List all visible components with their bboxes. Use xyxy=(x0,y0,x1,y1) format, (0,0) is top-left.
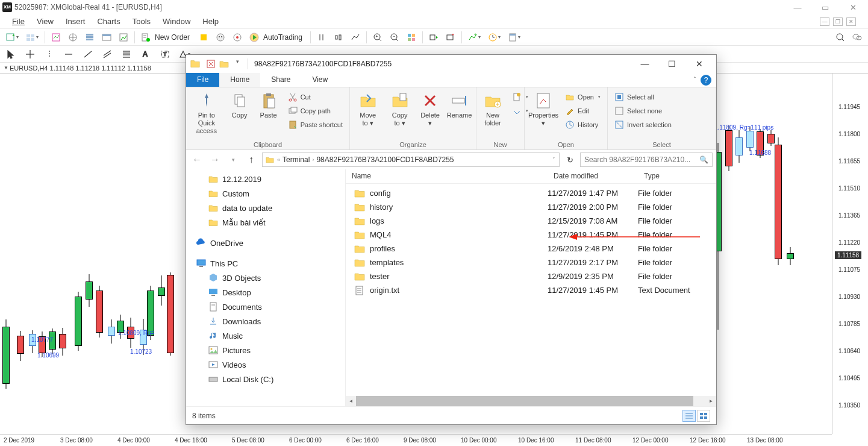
menu-view[interactable]: View xyxy=(37,17,54,26)
paste-button[interactable]: Paste xyxy=(255,89,283,121)
ribbon-collapse-icon[interactable]: ˆ xyxy=(694,77,696,83)
move-to-button[interactable]: Move to ▾ xyxy=(352,89,383,129)
search-icon[interactable]: 🔍 xyxy=(699,155,708,164)
search-input[interactable] xyxy=(584,155,696,164)
details-view-button[interactable] xyxy=(682,410,696,422)
nav-item-videos[interactable]: Videos xyxy=(186,357,345,372)
qat-new-folder-icon[interactable] xyxy=(219,58,229,69)
terminal-button[interactable] xyxy=(99,31,114,44)
zoom-out-icon[interactable]: − xyxy=(387,31,402,44)
tile-windows-icon[interactable] xyxy=(404,31,419,44)
nav-recent-dropdown[interactable]: ▾ xyxy=(226,152,240,167)
data-window-button[interactable] xyxy=(83,31,97,44)
menu-help[interactable]: Help xyxy=(202,17,219,26)
breadcrumb-current[interactable]: 98A82F92176B73A2100FCD1F8ABD7255 xyxy=(316,155,454,164)
explorer-close-button[interactable]: ✕ xyxy=(685,55,713,72)
tab-share[interactable]: Share xyxy=(260,73,301,87)
mdi-close[interactable]: ✕ xyxy=(846,17,856,26)
nav-item[interactable]: data to update xyxy=(186,201,345,215)
select-all-button[interactable]: Select all xyxy=(611,90,675,104)
mdi-minimize[interactable]: — xyxy=(820,17,829,26)
menu-tools[interactable]: Tools xyxy=(133,17,151,26)
nav-item-pictures[interactable]: Pictures xyxy=(186,343,345,357)
refresh-button[interactable]: ↻ xyxy=(563,153,576,166)
global-search-icon[interactable] xyxy=(833,31,848,44)
expert-advisors-button[interactable] xyxy=(213,31,228,44)
templates-button[interactable]: ▾ xyxy=(505,31,523,44)
horizontal-line-icon[interactable] xyxy=(61,48,76,61)
qat-properties-icon[interactable] xyxy=(205,58,216,69)
new-chart-button[interactable]: +▾ xyxy=(4,31,21,44)
nav-forward-button[interactable]: → xyxy=(208,152,222,167)
help-chat-icon[interactable] xyxy=(850,31,864,44)
cursor-icon[interactable] xyxy=(4,48,18,61)
new-folder-button[interactable]: New folder xyxy=(479,89,507,129)
pin-quick-access-button[interactable]: Pin to Quick access xyxy=(189,89,225,137)
bar-chart-icon[interactable] xyxy=(314,31,329,44)
file-explorer-window[interactable]: ▾ 98A82F92176B73A2100FCD1F8ABD7255 — ☐ ✕… xyxy=(186,54,717,425)
menu-file[interactable]: File xyxy=(12,17,25,26)
nav-item-documents[interactable]: Documents xyxy=(186,300,345,314)
properties-button[interactable]: Properties ▾ xyxy=(527,89,560,129)
metaquotes-button[interactable] xyxy=(196,31,211,44)
list-item[interactable]: profiles12/6/2019 2:48 PMFile folder xyxy=(346,242,716,256)
scroll-chart-icon[interactable] xyxy=(426,31,441,44)
history-button[interactable]: History xyxy=(562,118,604,131)
horizontal-scrollbar[interactable]: ◄► xyxy=(346,396,716,406)
navigator-button[interactable] xyxy=(66,31,80,44)
nav-pane[interactable]: 12.12.2019 Custom data to update Mẫu bài… xyxy=(186,169,346,406)
nav-back-button[interactable]: ← xyxy=(190,152,204,167)
col-name[interactable]: Name xyxy=(346,169,548,183)
list-item[interactable]: history11/27/2019 2:00 PMFile folder xyxy=(346,200,716,214)
explorer-titlebar[interactable]: ▾ 98A82F92176B73A2100FCD1F8ABD7255 — ☐ ✕ xyxy=(186,55,716,73)
market-watch-button[interactable] xyxy=(49,31,63,44)
paste-shortcut-button[interactable]: Paste shortcut xyxy=(285,118,346,131)
crosshair-icon[interactable] xyxy=(23,48,37,61)
nav-up-button[interactable]: ↑ xyxy=(244,152,258,167)
nav-item[interactable]: 12.12.2019 xyxy=(186,172,345,186)
col-type[interactable]: Type xyxy=(638,169,716,183)
indicators-button[interactable]: +▾ xyxy=(466,31,483,44)
channel-icon[interactable] xyxy=(100,48,114,61)
menu-insert[interactable]: Insert xyxy=(66,17,86,26)
options-button[interactable] xyxy=(230,31,245,44)
list-item[interactable]: origin.txt11/27/2019 1:45 PMText Documen… xyxy=(346,283,716,297)
vertical-line-icon[interactable] xyxy=(42,48,57,61)
strategy-tester-button[interactable] xyxy=(116,31,131,44)
copy-path-button[interactable]: Copy path xyxy=(285,104,346,118)
path-dropdown-icon[interactable]: ˅ xyxy=(552,157,557,163)
nav-item-desktop[interactable]: Desktop xyxy=(186,285,345,300)
explorer-minimize-button[interactable]: — xyxy=(631,55,658,72)
select-none-button[interactable]: Select none xyxy=(611,104,675,118)
file-list-pane[interactable]: Name Date modified Type config11/27/2019… xyxy=(346,169,716,406)
line-chart-icon[interactable] xyxy=(348,31,363,44)
invert-selection-button[interactable]: Invert selection xyxy=(611,118,675,131)
list-item[interactable]: MQL411/27/2019 1:45 PMFile folder xyxy=(346,228,716,242)
tab-file[interactable]: File xyxy=(186,73,219,87)
fibonacci-icon[interactable] xyxy=(119,48,134,61)
zoom-in-icon[interactable]: + xyxy=(370,31,385,44)
nav-item[interactable]: Mẫu bài viết xyxy=(186,215,345,230)
nav-item-3d[interactable]: 3D Objects xyxy=(186,271,345,285)
list-item[interactable]: logs12/15/2019 7:08 AMFile folder xyxy=(346,214,716,228)
periods-button[interactable]: ▾ xyxy=(486,31,503,44)
autotrading-button[interactable]: AutoTrading xyxy=(247,31,307,44)
copy-to-button[interactable]: Copy to ▾ xyxy=(384,89,415,129)
close-button[interactable]: ✕ xyxy=(844,3,862,12)
chart-caret-icon[interactable]: ▼ xyxy=(4,65,8,71)
breadcrumb[interactable]: « Terminal › 98A82F92176B73A2100FCD1F8AB… xyxy=(262,152,560,167)
list-item[interactable]: tester12/9/2019 2:35 PMFile folder xyxy=(346,269,716,283)
maximize-button[interactable]: ▭ xyxy=(816,3,834,12)
help-icon[interactable]: ? xyxy=(701,75,711,86)
new-order-button[interactable]: New Order xyxy=(139,31,194,44)
text-icon[interactable]: A xyxy=(139,48,153,61)
open-dropdown-button[interactable]: Open▾ xyxy=(562,90,604,104)
cut-button[interactable]: Cut xyxy=(285,90,346,104)
rename-button[interactable]: Rename xyxy=(445,89,473,121)
nav-item-local-disk[interactable]: Local Disk (C:) xyxy=(186,372,345,386)
breadcrumb-terminal[interactable]: Terminal xyxy=(283,155,310,164)
nav-item-downloads[interactable]: Downloads xyxy=(186,314,345,328)
tab-view[interactable]: View xyxy=(301,73,339,87)
text-label-icon[interactable]: T xyxy=(158,48,172,61)
minimize-button[interactable]: — xyxy=(788,3,807,12)
